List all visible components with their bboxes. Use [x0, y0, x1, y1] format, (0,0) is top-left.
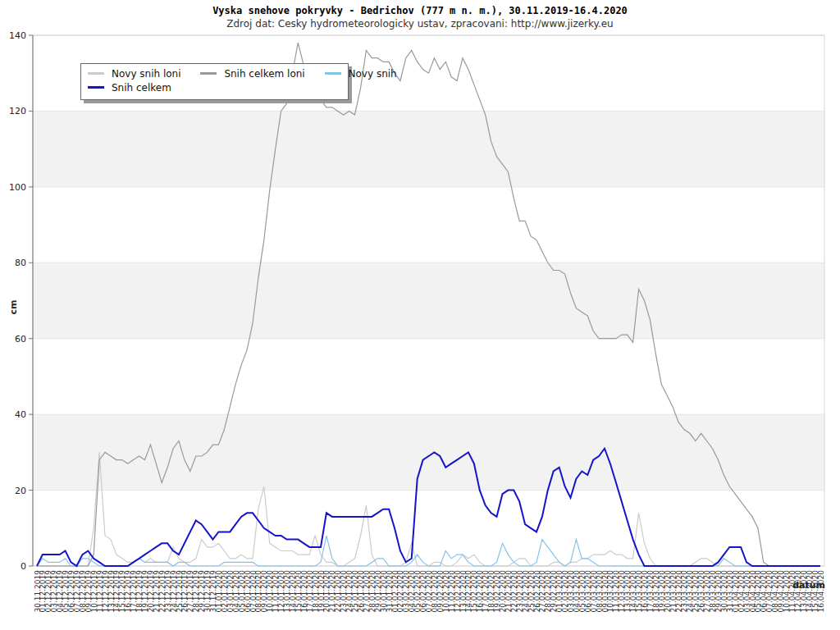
legend-row-2: Snih celkem — [88, 81, 341, 95]
x-tick-label: 16.04.2020 — [817, 570, 825, 613]
y-tick-label: 100 — [9, 182, 26, 193]
y-tick-label: 60 — [15, 334, 26, 345]
y-tick-label: 140 — [9, 30, 26, 41]
x-axis-labels: 30.11.201901.12.201902.12.201903.12.2019… — [34, 570, 825, 613]
y-tick-label: 80 — [15, 258, 26, 268]
y-tick-label: 40 — [15, 409, 26, 420]
chart-title: Vyska snehove pokryvky - Bedrichov (777 … — [0, 5, 840, 16]
y-axis-unit-label: cm — [8, 300, 19, 315]
y-tick-label: 0 — [21, 561, 26, 572]
legend-swatch-snih-celkem-loni-icon — [200, 72, 217, 75]
legend-label-novy-snih-loni: Novy snih loni — [112, 68, 181, 80]
legend-label-snih-celkem-loni: Snih celkem loni — [224, 68, 304, 80]
legend: Novy snih loni Snih celkem loni Novy sni… — [80, 63, 349, 100]
legend-item-novy-snih: Novy snih — [325, 67, 397, 81]
legend-label-novy-snih: Novy snih — [349, 68, 397, 80]
legend-swatch-novy-snih-icon — [325, 72, 341, 75]
x-axis-label: datum — [778, 580, 825, 591]
legend-label-snih-celkem: Snih celkem — [112, 82, 171, 94]
legend-item-snih-celkem-loni: Snih celkem loni — [200, 67, 304, 81]
y-tick-label: 120 — [9, 106, 26, 116]
legend-swatch-novy-snih-loni-icon — [88, 72, 104, 75]
chart-subtitle: Zdroj dat: Cesky hydrometeorologicky ust… — [0, 18, 840, 30]
legend-item-novy-snih-loni: Novy snih loni — [88, 67, 181, 81]
legend-row-1: Novy snih loni Snih celkem loni Novy sni… — [88, 67, 341, 81]
plot-bands — [33, 111, 824, 490]
snow-chart-page: 02040608010012014030.11.201901.12.201902… — [0, 0, 840, 630]
legend-item-snih-celkem: Snih celkem — [88, 81, 171, 95]
legend-swatch-snih-celkem-icon — [88, 86, 104, 89]
y-tick-label: 20 — [15, 486, 26, 496]
